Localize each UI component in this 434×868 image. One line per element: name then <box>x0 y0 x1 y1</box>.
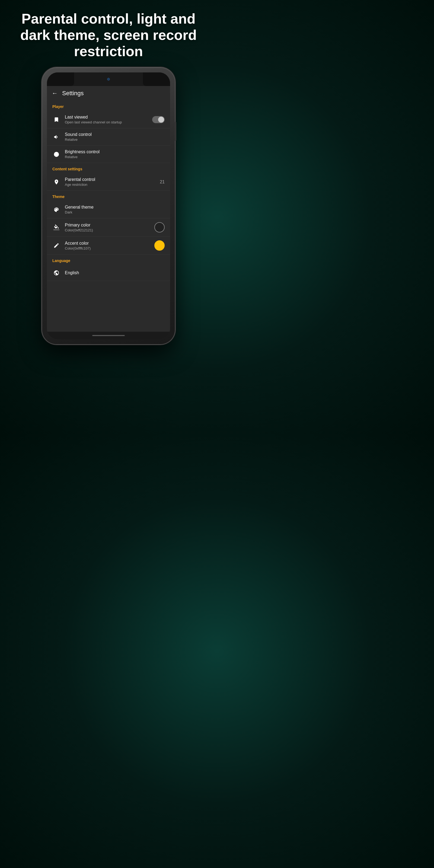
brightness-control-subtitle: Relative <box>65 155 165 159</box>
notch-right <box>143 72 170 86</box>
app-bar: ← Settings <box>47 86 170 101</box>
sound-control-title: Sound control <box>65 132 165 137</box>
primary-color-text: Primary color Color(0xff212121) <box>65 223 150 232</box>
accent-color-text: Accent color Color(0xffffc107) <box>65 241 150 250</box>
accent-color-title: Accent color <box>65 241 150 246</box>
settings-item-last-viewed[interactable]: Last viewed Open last viewed channel on … <box>47 111 170 128</box>
settings-content: Player Last viewed Open last viewed chan… <box>47 101 170 332</box>
home-indicator <box>92 335 125 336</box>
settings-item-brightness-control[interactable]: Brightness control Relative <box>47 146 170 163</box>
accent-color-swatch[interactable] <box>154 240 165 251</box>
last-viewed-toggle[interactable] <box>152 116 165 123</box>
sound-control-text: Sound control Relative <box>65 132 165 142</box>
settings-item-general-theme[interactable]: General theme Dark <box>47 201 170 218</box>
last-viewed-title: Last viewed <box>65 115 148 120</box>
home-bar <box>47 332 170 339</box>
last-viewed-text: Last viewed Open last viewed channel on … <box>65 115 148 124</box>
primary-color-title: Primary color <box>65 223 150 227</box>
brightness-control-text: Brightness control Relative <box>65 150 165 159</box>
fill-icon <box>52 223 61 231</box>
bookmark-icon <box>52 116 61 124</box>
camera-dot <box>107 78 110 81</box>
settings-item-parental-control[interactable]: Parental control Age restriction 21 <box>47 173 170 191</box>
brightness-icon <box>52 150 61 158</box>
app-bar-title: Settings <box>62 90 84 97</box>
settings-item-accent-color[interactable]: Accent color Color(0xffffc107) <box>47 237 170 255</box>
general-theme-title: General theme <box>65 205 165 210</box>
palette-icon <box>52 206 61 214</box>
parental-control-value: 21 <box>160 180 165 184</box>
toggle-knob <box>158 117 164 123</box>
phone-frame: ← Settings Player Last viewed Open <box>42 67 175 344</box>
phone-screen: ← Settings Player Last viewed Open <box>47 72 170 339</box>
parental-icon <box>52 178 61 186</box>
last-viewed-subtitle: Open last viewed channel on startup <box>65 120 148 124</box>
brightness-control-title: Brightness control <box>65 150 165 154</box>
general-theme-subtitle: Dark <box>65 210 165 214</box>
primary-color-swatch[interactable] <box>154 222 165 232</box>
language-title: English <box>65 271 165 275</box>
settings-item-sound-control[interactable]: Sound control Relative <box>47 128 170 146</box>
general-theme-text: General theme Dark <box>65 205 165 214</box>
notch-left <box>47 72 74 86</box>
back-button[interactable]: ← <box>52 90 58 97</box>
hero-title: Parental control, light and dark theme, … <box>0 0 217 67</box>
phone-device: ← Settings Player Last viewed Open <box>42 67 175 344</box>
svg-point-1 <box>56 180 57 182</box>
pen-icon <box>52 241 61 250</box>
language-text: English <box>65 271 165 275</box>
primary-color-subtitle: Color(0xff212121) <box>65 228 150 232</box>
section-label-player: Player <box>47 101 170 111</box>
section-label-theme: Theme <box>47 191 170 201</box>
svg-point-0 <box>54 152 59 157</box>
globe-icon <box>52 269 61 277</box>
notch-bar <box>47 72 170 86</box>
parental-control-text: Parental control Age restriction <box>65 177 155 187</box>
settings-item-language[interactable]: English <box>47 265 170 281</box>
parental-control-title: Parental control <box>65 177 155 182</box>
parental-control-subtitle: Age restriction <box>65 183 155 187</box>
settings-item-primary-color[interactable]: Primary color Color(0xff212121) <box>47 218 170 237</box>
section-label-content: Content settings <box>47 163 170 173</box>
accent-color-subtitle: Color(0xffffc107) <box>65 246 150 250</box>
section-label-language: Language <box>47 255 170 265</box>
sound-control-subtitle: Relative <box>65 137 165 142</box>
volume-icon <box>52 133 61 141</box>
